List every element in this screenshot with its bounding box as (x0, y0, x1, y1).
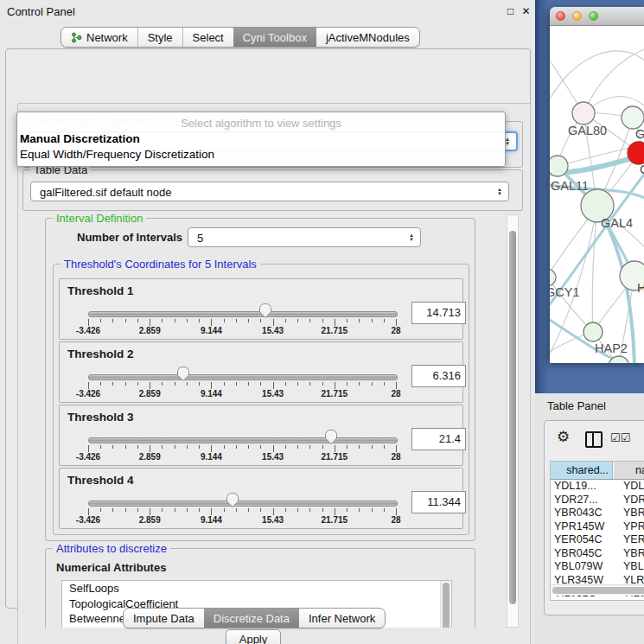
network-node-c[interactable] (628, 142, 644, 164)
table-rows: YDL19...YDL1YDR27...YDR2YBR043CYBR0YPR14… (551, 480, 644, 601)
columns-icon[interactable] (585, 431, 603, 448)
node-label: GAL4 (601, 216, 633, 230)
cell-name: YPR1 (623, 520, 644, 534)
network-view[interactable]: GAL80GACGAL11GAL4GCY1HHAP2 (550, 26, 644, 363)
threshold-value-field[interactable]: 21.4 (411, 428, 466, 450)
tab-select[interactable]: Select (182, 28, 233, 47)
node-label: GA (635, 127, 644, 141)
network-window-titlebar[interactable] (550, 7, 644, 26)
tab-cyni-toolbox[interactable]: Cyni Toolbox (233, 28, 316, 47)
scrollbar-thumb[interactable] (552, 587, 644, 594)
num-intervals-value: 5 (197, 232, 203, 245)
table-panel: Table Panel ⚙ ☑☑ shared... na YDL19...YD… (535, 393, 644, 644)
scrollbar-thumb[interactable] (509, 231, 516, 604)
slider-thumb[interactable] (324, 429, 338, 445)
threshold-panel-3: Threshold 3-3.4262.8599.14415.4321.71528… (59, 405, 463, 466)
table-row[interactable]: YBR045CYBR0 (551, 547, 644, 561)
slider-thumb[interactable] (226, 492, 239, 508)
table-hscrollbar[interactable] (551, 584, 644, 596)
tab-label: Impute Data (133, 612, 194, 625)
control-panel-tabbar: NetworkStyleSelectCyni ToolboxjActiveMNo… (61, 27, 420, 48)
node-label: GAL80 (568, 124, 607, 137)
network-edge (592, 206, 597, 332)
discretize-data-pane: Discretization Algorithm ▲▼ Select algor… (17, 103, 531, 644)
table-row[interactable]: YBL079WYBL0 (551, 560, 644, 574)
apply-button[interactable]: Apply (226, 629, 281, 644)
network-node-gcy1[interactable] (550, 269, 556, 286)
slider-track[interactable] (88, 501, 398, 507)
network-edge (550, 51, 644, 109)
node-table[interactable]: shared... na YDL19...YDL1YDR27...YDR2YBR… (550, 461, 644, 601)
cell-shared-name: YBR043C (554, 507, 603, 520)
threshold-panel-1: Threshold 1-3.4262.8599.14415.4321.71528… (59, 278, 463, 340)
algorithm-hint: Select algorithm to view settings (17, 112, 505, 131)
slider-track[interactable] (88, 374, 398, 380)
gear-icon[interactable]: ⚙ (557, 430, 570, 445)
select-columns-icon[interactable]: ☑☑ (610, 431, 630, 444)
combo-arrows-icon: ▲▼ (409, 228, 414, 246)
algorithm-option-manual-discretization[interactable]: Manual Discretization (17, 131, 505, 147)
tab-label: Style (148, 31, 173, 44)
table-header: shared... na (551, 462, 644, 480)
close-traffic-light-icon[interactable] (556, 11, 565, 21)
tab-label: Network (86, 31, 128, 44)
threshold-value-field[interactable]: 14.713 (411, 302, 466, 324)
tab-impute-data[interactable]: Impute Data (124, 609, 204, 628)
slider-track[interactable] (88, 311, 398, 317)
attributes-scrollbar[interactable] (440, 581, 451, 628)
network-node-gal80[interactable] (572, 102, 595, 124)
float-window-icon[interactable]: □ (504, 5, 517, 18)
slider-tick-labels: -3.4262.8599.14415.4321.71528 (88, 326, 396, 336)
node-label: H (637, 281, 644, 295)
threshold-value-field[interactable]: 6.316 (411, 365, 466, 387)
tab-discretize-data[interactable]: Discretize Data (204, 609, 299, 628)
tab-label: Discretize Data (214, 612, 290, 625)
settings-scrollbar[interactable] (507, 214, 519, 628)
minimize-traffic-light-icon[interactable] (572, 11, 582, 21)
num-intervals-label: Number of Intervals (77, 231, 182, 244)
slider-track[interactable] (88, 437, 398, 443)
threshold-panel-4: Threshold 4-3.4262.8599.14415.4321.71528… (59, 468, 463, 529)
app-root: Control Panel □ ✕ NetworkStyleSelectCyni… (0, 0, 644, 644)
slider-thumb[interactable] (258, 303, 272, 319)
network-node-ga[interactable] (622, 106, 644, 129)
num-intervals-select[interactable]: 5 ▲▼ (188, 227, 421, 247)
cyni-bottom-tabbar: Impute DataDiscretize DataInfer Network (123, 608, 386, 628)
table-row[interactable]: YDR27...YDR2 (551, 494, 644, 507)
right-region: GAL80GACGAL11GAL4GCY1HHAP2 Table Panel ⚙… (535, 0, 644, 644)
column-header-name[interactable]: na (614, 462, 644, 479)
table-row[interactable]: YER054CYER0 (551, 533, 644, 547)
cell-name: YBR0 (623, 547, 644, 561)
node-label: GAL11 (551, 179, 589, 193)
desktop-background: GAL80GACGAL11GAL4GCY1HHAP2 (535, 0, 644, 393)
slider-thumb[interactable] (176, 366, 190, 382)
cell-shared-name: YDR27... (554, 494, 598, 507)
table-row[interactable]: YDL19...YDL1 (551, 480, 644, 494)
network-node-hap2[interactable] (583, 322, 603, 341)
network-graph: GAL80GACGAL11GAL4GCY1HHAP2 (550, 26, 644, 363)
control-panel: Control Panel □ ✕ NetworkStyleSelectCyni… (0, 0, 535, 644)
cell-shared-name: YBR045C (554, 547, 603, 561)
tab-infer-network[interactable]: Infer Network (299, 609, 385, 628)
cell-shared-name: YBL079W (554, 560, 603, 574)
column-header-shared-name[interactable]: shared... (551, 462, 613, 479)
attribute-item-selfloops[interactable]: SelfLoops (62, 581, 451, 596)
scrollbar-thumb[interactable] (443, 583, 450, 628)
zoom-traffic-light-icon[interactable] (589, 11, 598, 21)
threshold-label: Threshold 4 (67, 474, 134, 487)
close-icon[interactable]: ✕ (520, 5, 532, 18)
tab-label: jActiveMNodules (326, 31, 410, 44)
algorithm-option-equal-width-frequency-discretization[interactable]: Equal Width/Frequency Discretization (17, 147, 505, 163)
threshold-label: Threshold 3 (67, 411, 134, 424)
tab-jactivemnodules[interactable]: jActiveMNodules (316, 28, 419, 47)
tab-style[interactable]: Style (137, 28, 182, 47)
network-node-gal11[interactable] (550, 156, 568, 176)
tab-label: Cyni Toolbox (243, 31, 307, 44)
threshold-value-field[interactable]: 11.344 (411, 491, 466, 513)
table-row[interactable]: YPR145WYPR1 (551, 520, 644, 534)
network-edge (583, 48, 644, 113)
table-row[interactable]: YBR043CYBR0 (551, 507, 644, 520)
tab-network[interactable]: Network (61, 28, 137, 47)
cell-name: YBL0 (623, 560, 644, 574)
table-data-select[interactable]: galFiltered.sif default node ▲▼ (30, 182, 509, 201)
